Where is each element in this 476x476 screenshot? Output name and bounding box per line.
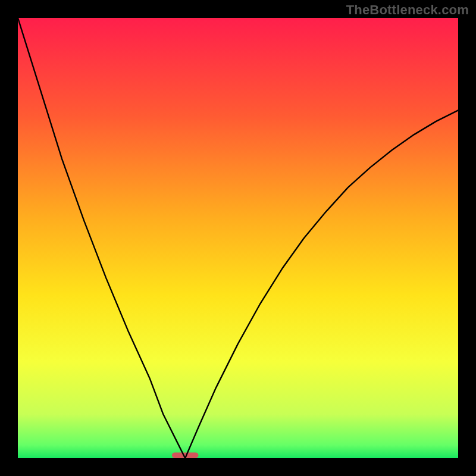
- plot-background: [18, 18, 458, 458]
- chart-frame: TheBottleneck.com: [0, 0, 476, 476]
- chart-plot: [18, 18, 458, 458]
- watermark-text: TheBottleneck.com: [346, 2, 469, 18]
